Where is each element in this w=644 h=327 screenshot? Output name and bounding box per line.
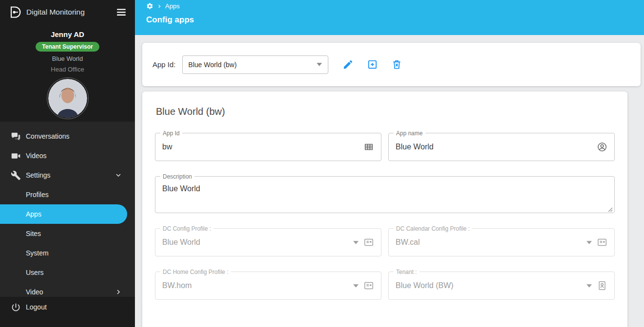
app-name-suffix (597, 142, 607, 152)
sidebar-item-videos[interactable]: Videos (0, 146, 135, 165)
nav-label: Profiles (26, 191, 49, 199)
menu-toggle-button[interactable] (115, 6, 127, 18)
dc-home-config-profile-field: DC Home Config Profile : BW.hom (155, 272, 381, 300)
field-label: DC Home Config Profile : (160, 268, 231, 276)
user-tenant: Blue World (0, 55, 135, 62)
sidebar-footer: Logout (0, 297, 135, 327)
page-header: Apps Config apps (135, 0, 644, 35)
sidebar-item-settings[interactable]: Settings (0, 165, 135, 185)
app-title: Digital Monitoring (26, 8, 85, 17)
chevron-down-icon (353, 284, 359, 288)
profile-card-icon (363, 237, 374, 248)
form-row-2: Description Blue World (155, 176, 615, 213)
table-grid-icon (363, 142, 374, 152)
dc-calendar-config-profile-field: DC Calendar Config Profile : BW.cal (388, 228, 615, 256)
dc-home-config-profile-value: BW.hom (162, 281, 353, 290)
dc-config-suffix (353, 237, 374, 248)
dc-calendar-config-profile-value: BW.cal (396, 238, 587, 247)
description-textarea[interactable]: Blue World (162, 177, 607, 213)
chevron-down-icon (587, 284, 592, 288)
page-title: Config apps (146, 15, 644, 25)
wrench-icon (11, 170, 21, 181)
chevron-right-icon (114, 288, 122, 296)
add-app-button[interactable] (367, 59, 378, 70)
field-label: App Id (160, 129, 182, 137)
chat-icon (11, 131, 21, 142)
dc-config-profile-value: Blue World (162, 238, 353, 247)
main-area: Apps Config apps App Id: Blue World (bw) (135, 0, 644, 327)
chevron-down-icon (587, 241, 592, 244)
breadcrumb-separator-icon (157, 4, 162, 9)
nav-label: Logout (26, 303, 47, 311)
app-id-field: App Id (155, 133, 381, 161)
sidebar-item-system[interactable]: System (0, 243, 135, 263)
chevron-down-icon (353, 241, 359, 244)
sidebar-nav: Conversations Videos Settings Profiles A… (0, 122, 135, 297)
description-field: Description Blue World (155, 176, 615, 213)
nav-label: Users (26, 269, 44, 276)
badge-icon (597, 280, 607, 291)
gear-icon[interactable] (146, 2, 153, 10)
profile-card-icon (597, 237, 607, 248)
app-actions (342, 59, 402, 70)
field-label: DC Calendar Config Profile : (394, 225, 472, 233)
sidebar-item-sites[interactable]: Sites (0, 224, 135, 243)
edit-app-button[interactable] (342, 59, 354, 70)
field-label: DC Config Profile : (160, 225, 213, 233)
user-role-badge: Tenant Supervisor (36, 42, 99, 52)
chevron-down-icon (114, 171, 122, 179)
dc-home-suffix (353, 280, 374, 291)
dc-config-profile-field: DC Config Profile : Blue World (155, 228, 381, 256)
app-selector-card: App Id: Blue World (bw) (142, 43, 641, 86)
app-name-input[interactable] (396, 133, 597, 161)
tenant-suffix (587, 280, 607, 291)
nav-label: Videos (26, 152, 47, 160)
video-camera-icon (11, 151, 21, 161)
nav-label: Video (26, 288, 43, 296)
app-select[interactable]: Blue World (bw) (182, 55, 328, 74)
nav-label: Sites (26, 230, 41, 237)
app-select-value: Blue World (bw) (189, 61, 237, 69)
sidebar-item-logout[interactable]: Logout (0, 297, 135, 317)
field-label: Tenant : (394, 268, 419, 276)
account-circle-icon (597, 142, 607, 152)
delete-app-button[interactable] (391, 59, 402, 70)
sidebar-item-conversations[interactable]: Conversations (0, 127, 135, 146)
nav-label: Settings (26, 171, 51, 179)
profile-card-icon (363, 280, 374, 291)
dc-calendar-suffix (587, 237, 607, 248)
avatar[interactable] (47, 77, 89, 119)
user-name: Jenny AD (0, 30, 135, 38)
breadcrumb: Apps (146, 2, 644, 10)
sidebar: Digital Monitoring Jenny AD Tenant Super… (0, 0, 135, 327)
breadcrumb-item-apps[interactable]: Apps (165, 2, 180, 10)
power-icon (11, 302, 21, 312)
chevron-down-icon (317, 63, 322, 66)
app-name-field: App name (388, 133, 615, 161)
resize-handle[interactable] (607, 205, 613, 211)
form-row-4: DC Home Config Profile : BW.hom Tenant :… (155, 272, 615, 300)
sidebar-item-apps[interactable]: Apps (0, 204, 127, 224)
user-site: Head Office (0, 66, 135, 73)
user-profile: Jenny AD Tenant Supervisor Blue World He… (0, 24, 135, 122)
app-id-input[interactable] (162, 133, 363, 161)
sidebar-header: Digital Monitoring (0, 0, 135, 24)
tenant-field: Tenant : Blue World (BW) (388, 272, 615, 300)
nav-label: Conversations (26, 132, 70, 140)
app-id-suffix (363, 142, 374, 152)
field-label: Description (160, 173, 194, 181)
nav-label: System (26, 249, 49, 257)
sidebar-item-users[interactable]: Users (0, 263, 135, 282)
app-details-title: Blue World (bw) (156, 106, 615, 117)
content-area: App Id: Blue World (bw) Blue Wo (135, 35, 644, 327)
form-row-1: App Id App name (155, 133, 615, 161)
sidebar-item-profiles[interactable]: Profiles (0, 185, 135, 204)
form-row-3: DC Config Profile : Blue World DC Calend… (155, 228, 615, 256)
app-id-select-label: App Id: (152, 60, 176, 69)
nav-label: Apps (26, 210, 41, 218)
tenant-value: Blue World (BW) (396, 281, 587, 290)
app-logo-icon (8, 5, 21, 19)
app-details-card: Blue World (bw) App Id App name (142, 91, 627, 327)
field-label: App name (394, 129, 425, 137)
